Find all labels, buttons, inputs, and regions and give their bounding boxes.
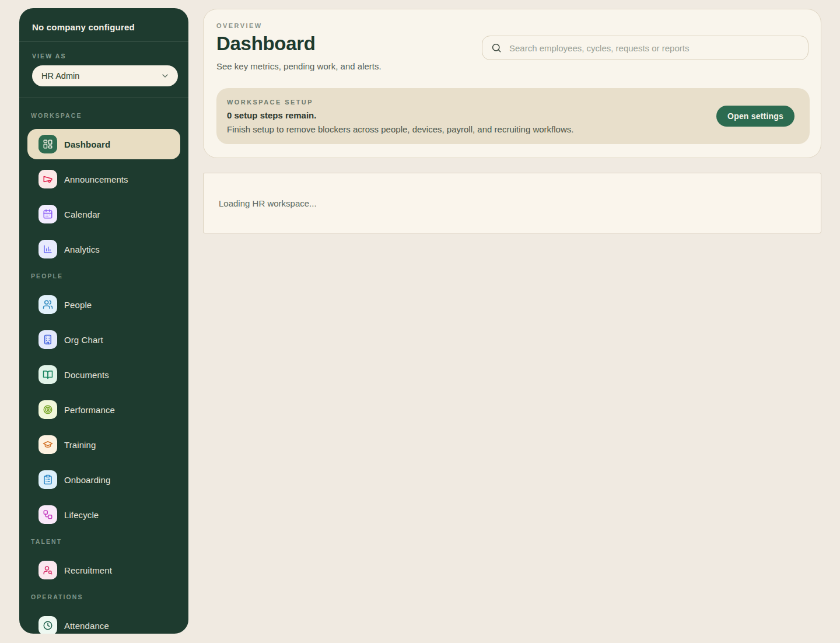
sidebar-item-dashboard[interactable]: Dashboard — [27, 129, 180, 159]
sidebar-nav: WORKSPACEDashboardAnnouncementsCalendarA… — [19, 97, 188, 634]
view-as-value: HR Admin — [41, 71, 79, 81]
page: { "sidebar": { "company_status": "No com… — [0, 0, 840, 643]
sidebar-item-documents[interactable]: Documents — [27, 359, 180, 390]
clock-icon — [38, 616, 57, 634]
sidebar-item-label: Onboarding — [64, 475, 110, 485]
main-content: OVERVIEW Dashboard See key metrics, pend… — [203, 9, 821, 233]
overview-eyebrow: OVERVIEW — [216, 22, 382, 29]
sidebar-item-label: Announcements — [64, 174, 128, 184]
company-status-text: No company configured — [32, 22, 176, 32]
section-label-people: PEOPLE — [31, 272, 177, 280]
sidebar-item-performance[interactable]: Performance — [27, 394, 180, 425]
sidebar-item-label: People — [64, 300, 92, 310]
page-subtitle: See key metrics, pending work, and alert… — [216, 61, 382, 71]
graduation-cap-icon — [38, 435, 57, 454]
view-as-select[interactable]: HR Admin — [32, 65, 178, 86]
search-bar — [482, 36, 808, 60]
sidebar-item-org-chart[interactable]: Org Chart — [27, 324, 180, 355]
overview-card: OVERVIEW Dashboard See key metrics, pend… — [203, 9, 821, 158]
workspace-setup-banner: WORKSPACE SETUP 0 setup steps remain. Fi… — [216, 88, 810, 144]
sidebar-item-attendance[interactable]: Attendance — [27, 610, 180, 634]
users-icon — [38, 295, 57, 314]
workflow-icon — [38, 505, 57, 524]
banner-text-block: WORKSPACE SETUP 0 setup steps remain. Fi… — [227, 99, 573, 134]
sidebar-item-people[interactable]: People — [27, 289, 180, 320]
page-title: Dashboard — [216, 33, 382, 55]
sidebar-item-calendar[interactable]: Calendar — [27, 199, 180, 229]
page-heading-block: OVERVIEW Dashboard See key metrics, pend… — [216, 22, 382, 71]
section-label-workspace: WORKSPACE — [31, 112, 177, 120]
dashboard-grid-icon — [38, 135, 57, 153]
view-as-label: VIEW AS — [32, 53, 176, 60]
sidebar-item-label: Dashboard — [64, 139, 110, 149]
sidebar-item-label: Recruitment — [64, 565, 112, 575]
book-open-icon — [38, 365, 57, 384]
sidebar-item-announcements[interactable]: Announcements — [27, 164, 180, 194]
target-icon — [38, 400, 57, 419]
banner-description: Finish setup to remove blockers across p… — [227, 124, 573, 134]
sidebar-item-label: Lifecycle — [64, 510, 99, 520]
bar-chart-icon — [38, 240, 57, 258]
banner-title: 0 setup steps remain. — [227, 110, 573, 120]
section-label-talent: TALENT — [31, 538, 177, 546]
sidebar-item-lifecycle[interactable]: Lifecycle — [27, 499, 180, 530]
sidebar-item-training[interactable]: Training — [27, 429, 180, 460]
banner-eyebrow: WORKSPACE SETUP — [227, 99, 573, 106]
sidebar-item-label: Documents — [64, 370, 109, 380]
sidebar-item-label: Attendance — [64, 621, 109, 631]
sidebar-header: No company configured — [19, 8, 188, 42]
search-input[interactable] — [482, 36, 808, 60]
sidebar-item-label: Training — [64, 440, 96, 450]
chevron-down-icon — [160, 71, 170, 81]
loading-card: Loading HR workspace... — [203, 173, 821, 233]
sidebar-item-label: Calendar — [64, 209, 100, 219]
clipboard-icon — [38, 470, 57, 489]
view-as-section: VIEW AS HR Admin — [19, 42, 188, 97]
megaphone-icon — [38, 170, 57, 188]
sidebar-item-label: Org Chart — [64, 335, 103, 345]
sidebar-item-label: Analytics — [64, 244, 100, 254]
building-icon — [38, 330, 57, 349]
sidebar-item-analytics[interactable]: Analytics — [27, 234, 180, 264]
user-search-icon — [38, 561, 57, 579]
sidebar-item-label: Performance — [64, 405, 115, 415]
sidebar-item-recruitment[interactable]: Recruitment — [27, 555, 180, 585]
open-settings-button[interactable]: Open settings — [716, 106, 794, 127]
loading-message: Loading HR workspace... — [219, 198, 317, 208]
section-label-operations: OPERATIONS — [31, 593, 177, 601]
calendar-icon — [38, 205, 57, 223]
sidebar-item-onboarding[interactable]: Onboarding — [27, 464, 180, 495]
sidebar: No company configured VIEW AS HR Admin W… — [19, 8, 188, 634]
search-icon — [491, 43, 502, 53]
